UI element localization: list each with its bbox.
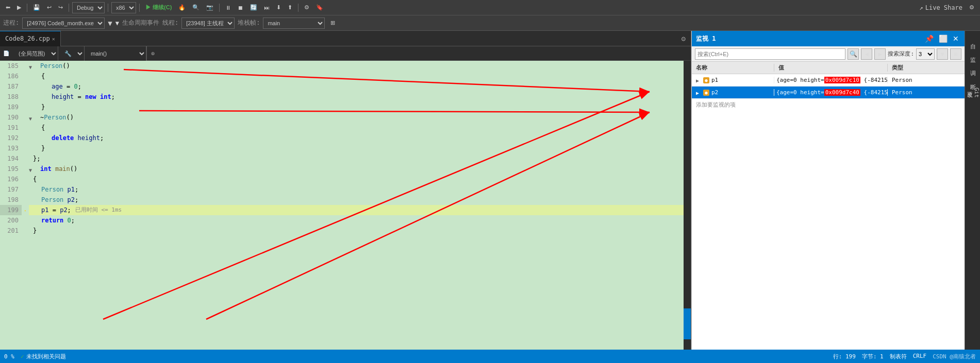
watch-float-button[interactable]: ⬜ (937, 34, 949, 43)
sidebar-autos-icon[interactable]: 自 (966, 33, 979, 45)
watch-row-p2[interactable]: ▶ ● p2 {age=0 height=0x009d7c40 {-842150… (692, 87, 965, 99)
scope-dropdown[interactable]: (全局范围) (12, 46, 58, 61)
watch-p1-value: {age=0 height=0x009d7c10 {-842150451}} (774, 77, 888, 83)
time-hint: 已用时间 <= 1ms (75, 205, 122, 215)
live-share-label: Live Share (925, 4, 962, 11)
p1-value-right: {-842150451}} (860, 77, 888, 83)
process-label: 进程: (3, 19, 19, 27)
p2-label: p2 (711, 89, 718, 96)
forward-button[interactable]: ▶ (14, 3, 24, 12)
ln-185: 185 (0, 61, 22, 71)
settings-button[interactable]: ⚙ (967, 3, 977, 12)
p1-expand-icon[interactable]: ▶ (696, 78, 701, 83)
save-button[interactable]: 💾 (30, 3, 43, 12)
fold-185-icon[interactable]: ▼ (29, 62, 36, 70)
code-line-186: { (29, 71, 684, 81)
tab-code8[interactable]: Code8_26.cpp ✕ (0, 31, 61, 46)
undo-button[interactable]: ↩ (44, 3, 54, 12)
step-over-button[interactable]: ⏭ (261, 4, 272, 12)
watch-close-button[interactable]: ✕ (951, 34, 960, 43)
next-result-button[interactable]: ▶ (874, 48, 886, 60)
nav-expand-button[interactable]: ⊕ (146, 46, 159, 61)
sidebar-watch-icon[interactable]: 监 (966, 46, 979, 59)
col-name-header: 名称 (692, 64, 774, 72)
back-button[interactable]: ⬅ (3, 3, 13, 12)
ln-193: 193 (0, 143, 22, 153)
process-dropdown[interactable]: [24976] Code8_month.exe (22, 18, 105, 29)
code-scrollbar[interactable] (684, 61, 691, 350)
sidebar-breakpoints-icon[interactable]: 断 (966, 73, 979, 85)
expand-icon[interactable]: ⊞ (328, 19, 338, 27)
watermark: CSDN @南猿北者 (933, 353, 976, 360)
code-line-190: ▼ ~Person() (29, 112, 684, 123)
columns-button[interactable]: ⊞ (950, 48, 961, 60)
watch-p1-type: Person (888, 77, 965, 83)
thread-dropdown[interactable]: [23948] 主线程 (181, 18, 235, 29)
zoom-item: 0 % (4, 353, 14, 360)
settings-gear-icon[interactable]: ⚙ (678, 34, 689, 43)
p1-value-highlight: 0x009d7c10 (824, 77, 860, 83)
redo-button[interactable]: ↪ (56, 3, 65, 12)
execution-arrow-icon: ▶ (25, 205, 26, 215)
p2-expand-icon[interactable]: ▶ (696, 90, 701, 95)
camera-button[interactable]: 📷 (204, 3, 216, 12)
code-line-187: age = 0; (29, 81, 684, 92)
stack-dropdown[interactable]: main (263, 18, 325, 29)
code-area[interactable]: 185 186 187 188 189 190 191 192 193 194 … (0, 61, 691, 350)
continue-button[interactable]: ▶ 继续(C) (143, 3, 174, 12)
ln-186: 186 (0, 71, 22, 81)
status-text: 未找到相关问题 (26, 353, 66, 360)
watch-add-label: 添加要监视的项 (696, 101, 736, 108)
separator-3 (108, 4, 108, 12)
func-name-dropdown[interactable]: main() (85, 46, 146, 61)
ln-196: 196 (0, 174, 22, 184)
search-debug-button[interactable]: 🔍 (190, 3, 202, 12)
fold-195-icon[interactable]: ▼ (29, 165, 36, 172)
tab-code8-label: Code8_26.cpp (5, 35, 50, 42)
live-share-button[interactable]: ↗ Live Share (920, 4, 962, 11)
code-content: ▼ Person() { age = 0; height = new int; … (25, 61, 684, 350)
watch-pin-button[interactable]: 📌 (923, 34, 935, 43)
watch-add-row[interactable]: 添加要监视的项 (692, 99, 965, 111)
debug-dropdown[interactable]: Debug (72, 2, 105, 13)
status-right: 行: 199 字节: 1 制表符 CRLF CSDN @南猿北者 (833, 353, 976, 360)
depth-select[interactable]: 3 (916, 48, 935, 60)
step-out-button[interactable]: ⬆ (285, 3, 295, 12)
lifecycle-label: 生命周期事件 (122, 19, 159, 27)
process-bar: 进程: [24976] Code8_month.exe ▼ ▼ 生命周期事件 线… (0, 15, 980, 31)
watch-row-p1[interactable]: ▶ ● p1 {age=0 height=0x009d7c10 {-842150… (692, 74, 965, 87)
tab-close-icon[interactable]: ✕ (52, 36, 55, 42)
stop2-button[interactable]: ⏹ (235, 4, 246, 12)
thread-label: 线程: (162, 19, 178, 27)
scroll-thumb[interactable] (684, 308, 691, 339)
watch-p2-value: {age=0 height=0x009d7c40 {-842150451}} (774, 89, 888, 96)
fold-190-icon[interactable]: ▼ (29, 114, 36, 121)
restart-button[interactable]: 🔄 (247, 3, 260, 12)
code-line-189: } (29, 102, 684, 112)
prev-result-button[interactable]: ◀ (861, 48, 872, 60)
sidebar-callstack-icon[interactable]: 调 (966, 60, 979, 72)
watch-header: 监视 1 📌 ⬜ ✕ (692, 31, 965, 46)
watch-search-input[interactable] (695, 48, 845, 60)
step-into-button[interactable]: ⬇ (274, 3, 284, 12)
encoding-info: 制表符 (890, 353, 907, 360)
live-share-icon: ↗ (920, 4, 923, 11)
code-line-195: ▼ int main() (29, 164, 684, 174)
p1-value-left: {age=0 height= (776, 77, 824, 83)
breakpoint-button[interactable]: ⚙ (302, 3, 312, 12)
line-ending-info: CRLF (913, 353, 927, 360)
watch-header-buttons: 📌 ⬜ ✕ (923, 34, 960, 43)
col-value-header: 值 (774, 64, 888, 72)
search-icon[interactable]: 🔍 (848, 48, 859, 60)
watch-p1-name: ▶ ● p1 (692, 77, 774, 83)
filter-button[interactable]: ▼ (937, 48, 948, 60)
func-dropdown[interactable]: 🔧 (58, 46, 85, 61)
pause-button[interactable]: ⏸ (223, 4, 234, 12)
arch-dropdown[interactable]: x86 (111, 2, 136, 13)
watch-p2-name: ▶ ● p2 (692, 89, 774, 96)
bookmark-button[interactable]: 🔖 (313, 3, 326, 12)
ln-197: 197 (0, 184, 22, 195)
stop-button[interactable]: 🔥 (176, 3, 188, 12)
ln-192: 192 (0, 133, 22, 143)
sidebar-git-icon[interactable]: Git 更改 (966, 87, 979, 99)
